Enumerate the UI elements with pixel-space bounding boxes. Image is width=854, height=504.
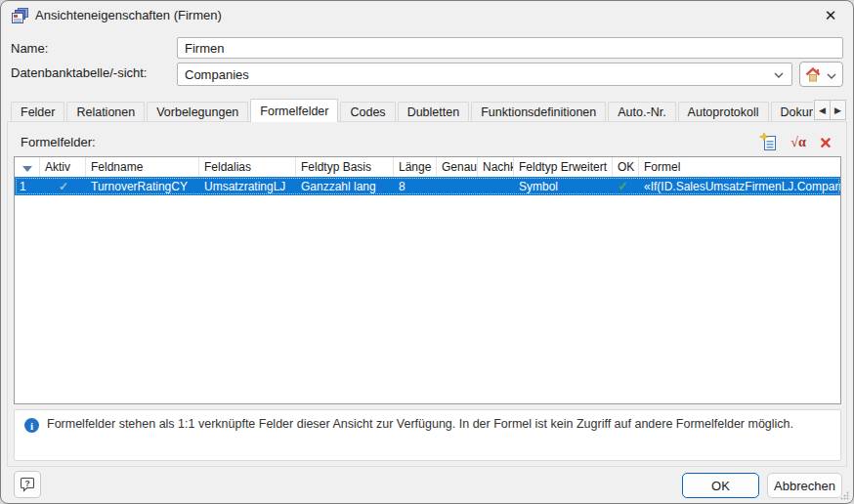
cell-laenge: 8: [394, 180, 437, 193]
name-input[interactable]: Firmen: [177, 37, 843, 59]
formula-fields-label: Formelfelder:: [21, 135, 96, 149]
aktiv-checkbox-checked-icon[interactable]: ✓: [59, 180, 68, 193]
col-header-feldtyp-basis[interactable]: Feldtyp Basis: [296, 157, 394, 177]
tab-dubletten[interactable]: Dubletten: [398, 102, 470, 122]
formula-fields-table[interactable]: Aktiv Feldname Feldalias Feldtyp Basis L…: [14, 156, 841, 404]
tab-funktionsdefinitionen[interactable]: Funktionsdefinitionen: [471, 102, 606, 122]
tab-autoprotokoll[interactable]: Autoprotokoll: [678, 102, 769, 122]
col-header-laenge[interactable]: Länge: [394, 157, 437, 177]
edit-formula-icon[interactable]: √α: [788, 132, 809, 153]
cell-feldalias: UmsatzratingLJ: [199, 180, 296, 193]
cancel-button[interactable]: Abbrechen: [767, 473, 842, 498]
info-icon: i: [24, 418, 39, 433]
col-header-genau[interactable]: Genau: [437, 157, 478, 177]
new-formula-field-icon[interactable]: [758, 132, 780, 153]
svg-text:?: ?: [24, 479, 29, 488]
help-button[interactable]: ?: [14, 471, 41, 498]
col-header-aktiv[interactable]: Aktiv: [40, 157, 86, 177]
chevron-down-icon: [827, 73, 836, 79]
cell-feldname: TurnoverRatingCY: [86, 180, 199, 193]
col-header-feldname[interactable]: Feldname: [86, 157, 199, 177]
tab-vorbelegungen[interactable]: Vorbelegungen: [147, 102, 248, 122]
tab-codes[interactable]: Codes: [340, 102, 395, 122]
close-icon[interactable]: ✕: [821, 6, 840, 25]
db-table-select[interactable]: Companies: [177, 63, 792, 86]
col-header-nachkommastellen[interactable]: Nachko: [478, 157, 514, 177]
info-bar: i Formelfelder stehen als 1:1 verknüpfte…: [14, 409, 841, 461]
cell-feldtyp-basis: Ganzzahl lang: [296, 180, 394, 193]
view-properties-dialog: Ansichteneigenschaften (Firmen) ✕ Name: …: [0, 0, 854, 504]
tab-relationen[interactable]: Relationen: [66, 102, 145, 122]
table-header-row: Aktiv Feldname Feldalias Feldtyp Basis L…: [15, 157, 840, 177]
sort-triangle-icon: [22, 166, 32, 172]
window-title: Ansichteneigenschaften (Firmen): [35, 8, 222, 22]
tab-felder[interactable]: Felder: [11, 102, 64, 122]
db-table-label: Datenbanktabelle/-sicht:: [11, 65, 147, 80]
table-row-selected[interactable]: 1 ✓ TurnoverRatingCY UmsatzratingLJ Ganz…: [15, 177, 840, 195]
tab-auto-nr[interactable]: Auto.-Nr.: [608, 102, 675, 122]
cell-feldtyp-erweitert: Symbol: [514, 180, 613, 193]
delete-formula-field-icon[interactable]: ✕: [815, 132, 836, 153]
home-view-dropdown-button[interactable]: [799, 62, 843, 87]
name-value: Firmen: [185, 41, 224, 56]
ok-button[interactable]: OK: [682, 473, 759, 498]
tab-scroll-left-icon[interactable]: ◀: [814, 100, 831, 120]
db-table-value: Companies: [185, 67, 249, 82]
row-number: 1: [15, 180, 40, 193]
tab-formelfelder[interactable]: Formelfelder: [250, 99, 338, 122]
titlebar[interactable]: Ansichteneigenschaften (Firmen) ✕: [1, 1, 853, 30]
views-stack-icon: [11, 8, 29, 24]
row-selector-header[interactable]: [15, 157, 40, 177]
tab-dokumentenverwaltung[interactable]: Dokumentenverw: [771, 102, 813, 122]
col-header-feldtyp-erweitert[interactable]: Feldtyp Erweitert: [514, 157, 613, 177]
cell-formel: «If(ID.SalesUmsatzFirmenLJ.Compan: [639, 180, 840, 193]
name-label: Name:: [11, 41, 48, 56]
info-text: Formelfelder stehen als 1:1 verknüpfte F…: [47, 417, 793, 432]
tab-strip: Felder Relationen Vorbelegungen Formelfe…: [11, 99, 813, 122]
col-header-ok[interactable]: OK: [613, 157, 639, 177]
help-icon: ?: [20, 477, 35, 492]
col-header-feldalias[interactable]: Feldalias: [199, 157, 296, 177]
ok-check-icon: ✓: [618, 179, 628, 193]
resize-grip[interactable]: [840, 491, 849, 500]
chevron-down-icon: [774, 72, 784, 78]
col-header-formel[interactable]: Formel: [639, 157, 840, 177]
tab-scroll-right-icon[interactable]: ▶: [830, 100, 846, 120]
home-icon: [805, 67, 821, 82]
